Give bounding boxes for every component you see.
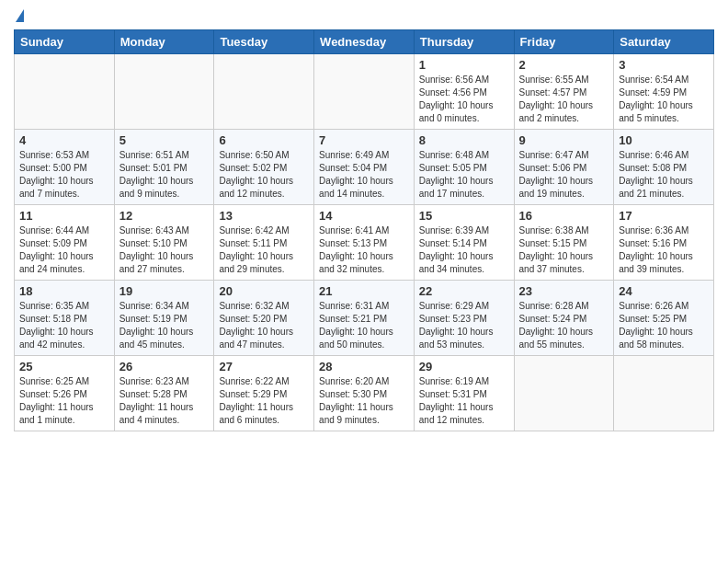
- day-info: Sunrise: 6:39 AM Sunset: 5:14 PM Dayligh…: [419, 224, 509, 276]
- calendar-cell: 10Sunrise: 6:46 AM Sunset: 5:08 PM Dayli…: [614, 130, 714, 205]
- calendar-cell: 1Sunrise: 6:56 AM Sunset: 4:56 PM Daylig…: [414, 54, 514, 130]
- calendar-cell: 6Sunrise: 6:50 AM Sunset: 5:02 PM Daylig…: [214, 130, 314, 205]
- day-number: 29: [419, 360, 509, 373]
- calendar-cell: 26Sunrise: 6:23 AM Sunset: 5:28 PM Dayli…: [114, 356, 214, 431]
- calendar-cell: 12Sunrise: 6:43 AM Sunset: 5:10 PM Dayli…: [114, 205, 214, 281]
- day-info: Sunrise: 6:44 AM Sunset: 5:09 PM Dayligh…: [19, 224, 109, 276]
- calendar-cell: 7Sunrise: 6:49 AM Sunset: 5:04 PM Daylig…: [314, 130, 415, 205]
- header-cell-thursday: Thursday: [414, 30, 514, 54]
- day-number: 25: [19, 360, 109, 373]
- calendar-week-row: 4Sunrise: 6:53 AM Sunset: 5:00 PM Daylig…: [15, 130, 714, 205]
- day-info: Sunrise: 6:23 AM Sunset: 5:28 PM Dayligh…: [119, 375, 210, 427]
- calendar-cell: 15Sunrise: 6:39 AM Sunset: 5:14 PM Dayli…: [414, 205, 514, 281]
- day-number: 6: [219, 133, 309, 147]
- calendar-cell: 3Sunrise: 6:54 AM Sunset: 4:59 PM Daylig…: [614, 54, 714, 130]
- day-info: Sunrise: 6:32 AM Sunset: 5:20 PM Dayligh…: [219, 300, 309, 351]
- calendar-cell: 20Sunrise: 6:32 AM Sunset: 5:20 PM Dayli…: [214, 281, 314, 356]
- header-cell-tuesday: Tuesday: [214, 30, 314, 54]
- day-info: Sunrise: 6:28 AM Sunset: 5:24 PM Dayligh…: [519, 300, 609, 351]
- calendar-cell: 22Sunrise: 6:29 AM Sunset: 5:23 PM Dayli…: [414, 281, 514, 356]
- logo-triangle-icon: [16, 9, 24, 22]
- header-cell-wednesday: Wednesday: [314, 30, 415, 54]
- logo: [14, 9, 24, 24]
- calendar-cell: [514, 356, 614, 431]
- calendar-cell: 18Sunrise: 6:35 AM Sunset: 5:18 PM Dayli…: [15, 281, 115, 356]
- calendar-cell: [614, 356, 714, 431]
- day-number: 16: [519, 209, 609, 223]
- calendar-cell: 23Sunrise: 6:28 AM Sunset: 5:24 PM Dayli…: [514, 281, 614, 356]
- calendar-cell: [114, 54, 214, 130]
- calendar-cell: 28Sunrise: 6:20 AM Sunset: 5:30 PM Dayli…: [314, 356, 415, 431]
- header-cell-friday: Friday: [514, 30, 614, 54]
- day-number: 5: [119, 133, 210, 147]
- day-info: Sunrise: 6:36 AM Sunset: 5:16 PM Dayligh…: [619, 224, 709, 276]
- day-number: 17: [619, 209, 709, 223]
- day-number: 14: [319, 209, 409, 223]
- day-info: Sunrise: 6:29 AM Sunset: 5:23 PM Dayligh…: [419, 300, 509, 351]
- day-number: 24: [619, 284, 709, 298]
- calendar-cell: 5Sunrise: 6:51 AM Sunset: 5:01 PM Daylig…: [114, 130, 214, 205]
- day-number: 28: [319, 360, 409, 373]
- day-number: 7: [319, 133, 409, 147]
- day-info: Sunrise: 6:54 AM Sunset: 4:59 PM Dayligh…: [619, 74, 709, 125]
- day-number: 20: [219, 284, 309, 298]
- day-number: 9: [519, 133, 609, 147]
- day-number: 1: [419, 58, 509, 72]
- calendar-week-row: 11Sunrise: 6:44 AM Sunset: 5:09 PM Dayli…: [15, 205, 714, 281]
- day-info: Sunrise: 6:26 AM Sunset: 5:25 PM Dayligh…: [619, 300, 709, 351]
- calendar-cell: 19Sunrise: 6:34 AM Sunset: 5:19 PM Dayli…: [114, 281, 214, 356]
- calendar-cell: 16Sunrise: 6:38 AM Sunset: 5:15 PM Dayli…: [514, 205, 614, 281]
- calendar-cell: [214, 54, 314, 130]
- calendar-week-row: 18Sunrise: 6:35 AM Sunset: 5:18 PM Dayli…: [15, 281, 714, 356]
- day-number: 12: [119, 209, 210, 223]
- day-info: Sunrise: 6:31 AM Sunset: 5:21 PM Dayligh…: [319, 300, 409, 351]
- day-info: Sunrise: 6:35 AM Sunset: 5:18 PM Dayligh…: [19, 300, 109, 351]
- day-info: Sunrise: 6:46 AM Sunset: 5:08 PM Dayligh…: [619, 149, 709, 201]
- day-info: Sunrise: 6:55 AM Sunset: 4:57 PM Dayligh…: [519, 74, 609, 125]
- day-info: Sunrise: 6:56 AM Sunset: 4:56 PM Dayligh…: [419, 74, 509, 125]
- day-number: 3: [619, 58, 709, 72]
- day-number: 19: [119, 284, 210, 298]
- day-number: 11: [19, 209, 109, 223]
- day-info: Sunrise: 6:19 AM Sunset: 5:31 PM Dayligh…: [419, 375, 509, 427]
- day-number: 8: [419, 133, 509, 147]
- day-info: Sunrise: 6:50 AM Sunset: 5:02 PM Dayligh…: [219, 149, 309, 201]
- day-info: Sunrise: 6:53 AM Sunset: 5:00 PM Dayligh…: [19, 149, 109, 201]
- calendar-cell: 21Sunrise: 6:31 AM Sunset: 5:21 PM Dayli…: [314, 281, 415, 356]
- day-number: 15: [419, 209, 509, 223]
- header: [14, 9, 714, 24]
- calendar-cell: [314, 54, 415, 130]
- day-info: Sunrise: 6:34 AM Sunset: 5:19 PM Dayligh…: [119, 300, 210, 351]
- calendar-cell: 9Sunrise: 6:47 AM Sunset: 5:06 PM Daylig…: [514, 130, 614, 205]
- header-cell-monday: Monday: [114, 30, 214, 54]
- calendar-cell: 2Sunrise: 6:55 AM Sunset: 4:57 PM Daylig…: [514, 54, 614, 130]
- header-cell-saturday: Saturday: [614, 30, 714, 54]
- day-number: 23: [519, 284, 609, 298]
- day-info: Sunrise: 6:22 AM Sunset: 5:29 PM Dayligh…: [219, 375, 309, 427]
- calendar-cell: 27Sunrise: 6:22 AM Sunset: 5:29 PM Dayli…: [214, 356, 314, 431]
- day-number: 10: [619, 133, 709, 147]
- calendar-table: SundayMondayTuesdayWednesdayThursdayFrid…: [14, 29, 714, 431]
- day-info: Sunrise: 6:20 AM Sunset: 5:30 PM Dayligh…: [319, 375, 409, 427]
- calendar-cell: 29Sunrise: 6:19 AM Sunset: 5:31 PM Dayli…: [414, 356, 514, 431]
- calendar-cell: 11Sunrise: 6:44 AM Sunset: 5:09 PM Dayli…: [15, 205, 115, 281]
- day-info: Sunrise: 6:41 AM Sunset: 5:13 PM Dayligh…: [319, 224, 409, 276]
- day-number: 2: [519, 58, 609, 72]
- day-info: Sunrise: 6:48 AM Sunset: 5:05 PM Dayligh…: [419, 149, 509, 201]
- day-info: Sunrise: 6:38 AM Sunset: 5:15 PM Dayligh…: [519, 224, 609, 276]
- day-info: Sunrise: 6:49 AM Sunset: 5:04 PM Dayligh…: [319, 149, 409, 201]
- calendar-cell: 25Sunrise: 6:25 AM Sunset: 5:26 PM Dayli…: [15, 356, 115, 431]
- day-info: Sunrise: 6:42 AM Sunset: 5:11 PM Dayligh…: [219, 224, 309, 276]
- day-number: 18: [19, 284, 109, 298]
- calendar-cell: 17Sunrise: 6:36 AM Sunset: 5:16 PM Dayli…: [614, 205, 714, 281]
- day-number: 26: [119, 360, 210, 373]
- calendar-cell: 24Sunrise: 6:26 AM Sunset: 5:25 PM Dayli…: [614, 281, 714, 356]
- day-number: 21: [319, 284, 409, 298]
- calendar-header-row: SundayMondayTuesdayWednesdayThursdayFrid…: [15, 30, 714, 54]
- calendar-cell: 4Sunrise: 6:53 AM Sunset: 5:00 PM Daylig…: [15, 130, 115, 205]
- calendar-week-row: 1Sunrise: 6:56 AM Sunset: 4:56 PM Daylig…: [15, 54, 714, 130]
- calendar-cell: 14Sunrise: 6:41 AM Sunset: 5:13 PM Dayli…: [314, 205, 415, 281]
- calendar-cell: 13Sunrise: 6:42 AM Sunset: 5:11 PM Dayli…: [214, 205, 314, 281]
- calendar-week-row: 25Sunrise: 6:25 AM Sunset: 5:26 PM Dayli…: [15, 356, 714, 431]
- day-info: Sunrise: 6:43 AM Sunset: 5:10 PM Dayligh…: [119, 224, 210, 276]
